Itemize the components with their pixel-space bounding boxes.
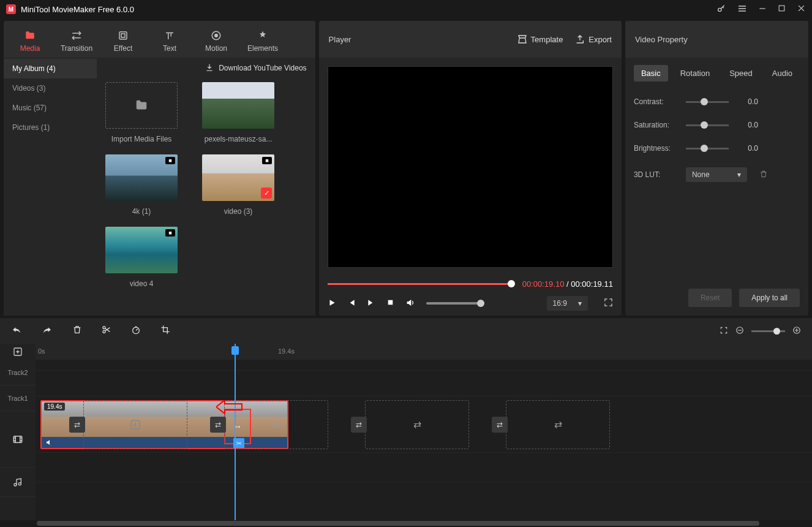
clip-duration: 19.4s (44, 403, 65, 411)
crop-button[interactable] (160, 325, 170, 337)
track-row[interactable] (36, 360, 812, 371)
add-track-button[interactable] (0, 344, 36, 360)
clip-dropzone[interactable]: ⇄⇄ (365, 400, 469, 449)
delete-button[interactable] (72, 325, 82, 337)
time-ruler[interactable]: 0s 19.4s (36, 344, 812, 360)
media-item[interactable]: ■ ✓ video (3) (198, 154, 278, 216)
video-track-icon[interactable] (0, 411, 36, 468)
elements-icon (257, 29, 268, 42)
tab-transition[interactable]: Transition (53, 26, 100, 53)
apply-all-button[interactable]: Apply to all (739, 289, 800, 307)
tab-label: Motion (205, 44, 227, 53)
volume-button[interactable] (405, 298, 415, 309)
tab-motion[interactable]: Motion (193, 26, 239, 53)
sidebar-item-pictures[interactable]: Pictures (1) (4, 118, 97, 137)
text-icon (164, 29, 175, 42)
import-media-button[interactable]: Import Media Files (102, 82, 181, 143)
next-frame-button[interactable] (367, 298, 375, 309)
undo-button[interactable] (11, 324, 22, 338)
svg-rect-6 (388, 300, 393, 305)
horizontal-scrollbar[interactable] (0, 520, 812, 526)
app-logo: M (6, 4, 16, 14)
media-item[interactable]: pexels-mateusz-sa... (198, 82, 278, 143)
track-label[interactable]: Track1 (0, 385, 36, 411)
template-button[interactable]: Template (517, 34, 563, 44)
lut-select[interactable]: None▾ (686, 167, 747, 182)
media-item[interactable]: ■ video 4 (102, 227, 181, 288)
activate-icon[interactable] (716, 4, 726, 15)
contrast-value: 0.0 (735, 97, 758, 106)
fit-timeline-button[interactable] (720, 326, 728, 336)
prop-tab-audio[interactable]: Audio (765, 65, 800, 82)
app-title: MiniTool MovieMaker Free 6.0.0 (21, 5, 716, 14)
prop-tab-speed[interactable]: Speed (722, 65, 760, 82)
fullscreen-button[interactable] (604, 298, 613, 309)
property-panel: Video Property Basic Rotation Speed Audi… (625, 21, 808, 316)
close-button[interactable] (797, 4, 806, 15)
media-panel: Media Transition Effect Text Motion Elem… (4, 21, 315, 316)
audio-track-icon[interactable] (0, 468, 36, 497)
contrast-slider[interactable] (686, 101, 729, 103)
stop-button[interactable] (386, 298, 394, 308)
property-title: Video Property (625, 21, 808, 58)
swap-icon[interactable]: ⇄ (351, 417, 367, 433)
video-preview[interactable] (328, 66, 613, 268)
brightness-label: Brightness: (634, 144, 680, 153)
swap-icon[interactable]: ⇄ (210, 417, 226, 433)
brightness-slider[interactable] (686, 148, 729, 150)
play-button[interactable] (328, 298, 336, 309)
speed-button[interactable] (131, 325, 141, 337)
media-item[interactable]: ■ 4k (1) (102, 154, 181, 216)
maximize-button[interactable] (778, 4, 786, 14)
ruler-mark: 0s (38, 347, 45, 355)
tab-elements[interactable]: Elements (239, 26, 286, 53)
sidebar-item-videos[interactable]: Videos (3) (4, 78, 97, 98)
svg-point-14 (14, 483, 17, 486)
titlebar: M MiniTool MovieMaker Free 6.0.0 (0, 0, 812, 18)
tab-media[interactable]: Media (7, 26, 53, 53)
clip-dropzone[interactable]: ⇄⇄ (506, 400, 610, 449)
tab-text[interactable]: Text (146, 26, 193, 53)
audio-track-row[interactable] (36, 453, 812, 482)
playhead[interactable] (235, 344, 236, 520)
download-youtube-link[interactable]: Download YouTube Videos (219, 64, 306, 72)
saturation-value: 0.0 (735, 121, 758, 129)
swap-icon[interactable]: ⇄ (69, 417, 85, 433)
timecode: 00:00:19.10 / 00:00:19.11 (522, 279, 613, 289)
check-icon: ✓ (261, 188, 272, 199)
svg-rect-2 (119, 32, 127, 39)
tab-effect[interactable]: Effect (100, 26, 146, 53)
split-button[interactable] (102, 325, 111, 337)
track-row[interactable] (36, 371, 812, 396)
export-button[interactable]: Export (575, 34, 612, 44)
aspect-ratio-select[interactable]: 16:9▾ (547, 296, 588, 311)
prop-tab-basic[interactable]: Basic (634, 65, 668, 82)
sidebar-item-myalbum[interactable]: My Album (4) (4, 59, 97, 78)
zoom-out-button[interactable] (735, 326, 744, 336)
tab-label: Transition (61, 44, 92, 53)
media-area: Download YouTube Videos Import Media Fil… (97, 58, 315, 316)
tracks-area[interactable]: 0s 19.4s 19.4s ↔ ✂ (36, 344, 812, 520)
volume-slider[interactable] (426, 302, 484, 305)
timeline-toolbar (0, 318, 812, 344)
redo-button[interactable] (42, 324, 53, 338)
video-track-row[interactable]: 19.4s ↔ ✂ ⇄ ⇄⇄ ⇄⇄ (36, 396, 812, 453)
seek-slider[interactable] (328, 283, 515, 285)
clip-dropzone[interactable]: ⇄ (83, 400, 187, 449)
minimize-button[interactable] (758, 4, 767, 15)
reset-button[interactable]: Reset (688, 289, 732, 307)
prev-frame-button[interactable] (347, 298, 356, 309)
saturation-slider[interactable] (686, 124, 729, 126)
delete-lut-button[interactable] (759, 170, 768, 180)
zoom-in-button[interactable] (792, 326, 801, 336)
media-sidebar: My Album (4) Videos (3) Music (57) Pictu… (4, 58, 97, 316)
swap-icon[interactable]: ⇄ (492, 417, 508, 433)
video-badge-icon: ■ (165, 157, 175, 164)
track-label[interactable]: Track2 (0, 360, 36, 385)
sidebar-item-music[interactable]: Music (57) (4, 98, 97, 118)
video-badge-icon: ■ (165, 229, 175, 237)
prop-tab-rotation[interactable]: Rotation (673, 65, 717, 82)
download-icon (205, 63, 214, 74)
zoom-slider[interactable] (751, 330, 785, 332)
menu-icon[interactable] (737, 4, 747, 15)
